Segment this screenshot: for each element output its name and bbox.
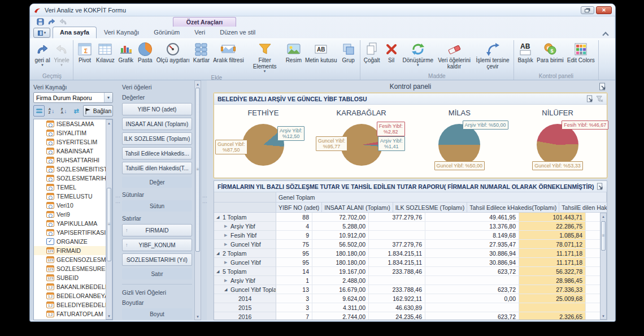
pivot-cell[interactable]: 88: [276, 213, 312, 222]
pivot-row-header[interactable]: Guncel Yibf: [214, 240, 276, 249]
pivot-top-header[interactable]: Genel Toplam: [276, 192, 607, 203]
field-item[interactable]: BEDELORANBEYA...: [34, 291, 106, 300]
table-row[interactable]: 2 Toplam 95 180.180,00 1.834.215,11 30.8…: [214, 249, 600, 258]
pivot-cell[interactable]: 95: [276, 258, 312, 267]
field-list-scrollbar[interactable]: ▲ ▼: [106, 119, 112, 320]
ribbon-tab[interactable]: Görünüm: [146, 27, 187, 38]
pivot-cell[interactable]: 0,00: [425, 294, 519, 303]
title-bar[interactable]: Veri Analiz ve KOKPİT Formu ✕: [30, 4, 615, 16]
application-menu-button[interactable]: [33, 28, 50, 38]
chevron-down-icon[interactable]: ▼: [104, 93, 112, 102]
pivot-cell[interactable]: 46.630,89: [369, 303, 425, 312]
expander-icon[interactable]: [224, 260, 230, 265]
scroll-thumb[interactable]: [195, 88, 200, 252]
pivot-cell[interactable]: [369, 276, 425, 285]
pivot-row-header[interactable]: Guncel Yibf: [214, 258, 276, 267]
group-button[interactable]: Grup: [339, 40, 358, 64]
field-item[interactable]: KABAINSAAT: [34, 147, 106, 156]
pivot-cell[interactable]: 16.679,00: [312, 285, 369, 294]
pivot-cell[interactable]: 25.009,68: [519, 294, 586, 303]
pivot-cell[interactable]: 72.702,00: [312, 213, 369, 222]
scroll-down-icon[interactable]: ▼: [106, 313, 112, 319]
pivot-cell[interactable]: 30.886,94: [425, 258, 519, 267]
field-item[interactable]: SOZLESMETARIHI: [34, 174, 106, 183]
pivot-cell[interactable]: 1.834.215,11: [369, 249, 425, 258]
value-item-button[interactable]: TahsilE dilen Hakedis(T...: [122, 162, 192, 174]
export-icon[interactable]: [597, 183, 603, 190]
table-row[interactable]: Arşiv Yibf 1 2.488,00 28.986,45: [214, 276, 600, 285]
field-item[interactable]: ORGANIZE: [34, 237, 106, 246]
range-filter-button[interactable]: Aralık filtresi: [211, 40, 245, 64]
pivot-cell[interactable]: 233.788,46: [369, 267, 425, 276]
chart-button[interactable]: Grafik: [116, 40, 136, 64]
image-button[interactable]: Resim: [284, 40, 303, 64]
pivot-row-header[interactable]: 1 Toplam: [214, 213, 276, 222]
pivot-cell[interactable]: 95: [276, 249, 312, 258]
pivot-column-header[interactable]: YIBF NO (adet): [276, 203, 322, 213]
field-item[interactable]: YAPIKULLAMA: [34, 219, 106, 228]
pivot-cell[interactable]: 180.180,00: [312, 249, 369, 258]
pivot-cell[interactable]: 623,72: [425, 267, 519, 276]
pivot-cell[interactable]: 7: [276, 312, 312, 320]
scroll-down-icon[interactable]: ▼: [195, 313, 201, 320]
transpose-button[interactable]: İşlemi tersine çevir: [473, 40, 512, 71]
close-button[interactable]: ✕: [596, 6, 612, 14]
pivot-cell[interactable]: 377.279,76: [369, 213, 425, 222]
scroll-down-icon[interactable]: ▼: [601, 313, 606, 319]
pivot-cell[interactable]: 2.326,65: [519, 312, 586, 320]
pivot-cell[interactable]: 11.171,18: [519, 249, 586, 258]
pivot-row-header[interactable]: Fesih Yibf: [214, 231, 276, 240]
pivot-cell[interactable]: 22.286,75: [519, 222, 586, 231]
pivot-cell[interactable]: 27.336,33: [519, 285, 586, 294]
clear-filter-icon[interactable]: [596, 96, 603, 102]
ribbon-tab[interactable]: Ana sayfa: [53, 27, 97, 38]
pivot-cell[interactable]: 162.922,11: [369, 294, 425, 303]
pivot-cell[interactable]: 56.322,78: [519, 267, 586, 276]
edit-colors-button[interactable]: Edit Colors: [565, 40, 597, 64]
collapse-ribbon-button[interactable]: [602, 31, 610, 36]
pivot-cell[interactable]: 30.886,94: [425, 249, 519, 258]
table-row[interactable]: Guncel Yibf 75 56.502,00 377.279,76 27.9…: [214, 240, 600, 249]
table-row[interactable]: 2015 3 4.311,00 46.630,89: [214, 303, 600, 312]
field-item[interactable]: Veri10: [34, 201, 106, 210]
pivot-cell[interactable]: 377.279,76: [369, 240, 425, 249]
pivot-column-header[interactable]: INSAAT ALANI (Toplamı): [322, 203, 393, 213]
pivot-row-header[interactable]: Arşiv Yibf: [214, 276, 276, 285]
sort-za-button[interactable]: ZA↓: [58, 105, 69, 117]
expander-icon[interactable]: [216, 215, 223, 219]
pivot-row-header[interactable]: 5 Toplam: [214, 267, 276, 276]
pivot-cell[interactable]: 56.502,00: [312, 240, 369, 249]
rows-dropzone[interactable]: Satır: [122, 268, 192, 279]
table-row[interactable]: Guncel Yibf 95 180.180,00 1.834.215,11 3…: [214, 258, 600, 267]
pivot-cell[interactable]: 623,72: [425, 312, 519, 320]
expander-icon[interactable]: [224, 233, 230, 238]
table-row[interactable]: Guncel Yibf Toplam 13 16.679,00 233.788,…: [214, 285, 600, 294]
dimensions-dropzone[interactable]: Boyut: [122, 308, 192, 320]
pivot-row-header[interactable]: 2 Toplam: [214, 249, 276, 258]
text-box-button[interactable]: AB Metin kutusu: [303, 40, 339, 64]
pivot-cell[interactable]: 78.071,12: [519, 240, 586, 249]
connect-button[interactable]: Bağlan: [83, 105, 113, 117]
pivot-row-header[interactable]: Arşiv Yibf: [214, 222, 276, 231]
pivot-cell[interactable]: 49.461,95: [425, 213, 519, 222]
pivot-cell[interactable]: 14: [276, 267, 312, 276]
pivot-cell[interactable]: 24.235,46: [369, 312, 425, 320]
value-item-button[interactable]: ILK SOZLESME (Toplamı): [122, 132, 192, 145]
pivot-cell[interactable]: 9.624,00: [312, 294, 369, 303]
table-row[interactable]: Arşiv Yibf 4 5.288,00 13.376,80 22.286,7…: [214, 222, 600, 231]
splitter-left[interactable]: [114, 80, 119, 320]
table-row[interactable]: 2014 3 9.624,00 162.922,11 0,00 25.009,6…: [214, 294, 600, 303]
pivot-scrollbar[interactable]: ▲ ▼: [600, 213, 607, 320]
pivot-cell[interactable]: 1.085,84: [519, 231, 586, 240]
pivot-cell[interactable]: 4.311,00: [312, 303, 369, 312]
pivot-cell[interactable]: 180.180,00: [312, 258, 369, 267]
restore-button[interactable]: [581, 6, 594, 14]
row-item-button[interactable]: ↑ YIBF_KONUM: [122, 239, 192, 251]
field-item[interactable]: Veri9: [34, 210, 106, 219]
redo-button[interactable]: [57, 17, 68, 26]
pivot-row-header[interactable]: Guncel Yibf Toplam: [214, 285, 276, 294]
field-item[interactable]: FATURATOPLAM: [34, 309, 106, 318]
table-row[interactable]: 2016 7 2.744,00 24.235,46 623,72 2.326,6…: [214, 312, 600, 320]
scroll-thumb[interactable]: [601, 221, 606, 251]
table-row[interactable]: 5 Toplam 14 19.167,00 233.788,46 623,72 …: [214, 267, 600, 276]
